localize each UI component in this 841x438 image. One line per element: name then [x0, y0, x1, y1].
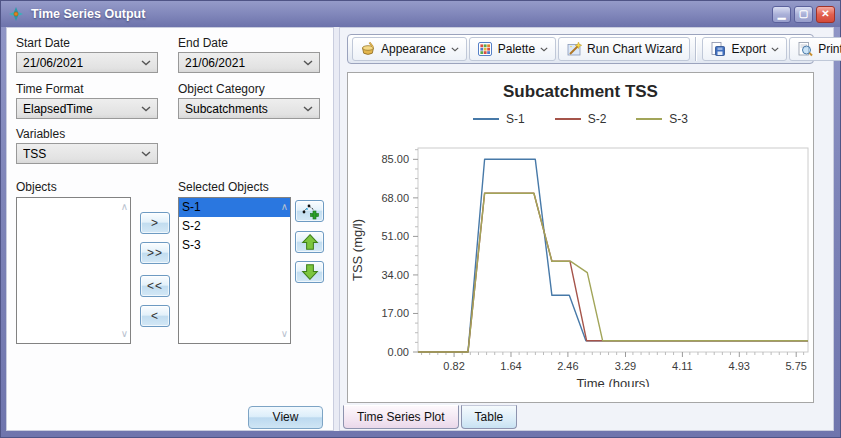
legend-swatch: [473, 118, 499, 120]
end-date-value: 21/06/2021: [185, 56, 303, 70]
titlebar[interactable]: Time Series Output ▁ ▢ ✕: [1, 1, 840, 27]
svg-text:5.75: 5.75: [785, 360, 806, 372]
move-all-right-button[interactable]: >>: [140, 242, 170, 264]
legend-swatch: [636, 118, 662, 120]
variables-label: Variables: [16, 127, 65, 141]
scroll-down-icon[interactable]: ∨: [281, 329, 288, 339]
run-chart-wizard-label: Run Chart Wizard: [587, 42, 682, 56]
list-item[interactable]: S-2: [179, 217, 290, 236]
svg-text:68.00: 68.00: [381, 192, 409, 204]
svg-text:4.11: 4.11: [672, 360, 693, 372]
view-button[interactable]: View: [248, 406, 323, 429]
chevron-down-icon: [303, 60, 313, 66]
tabstrip: Time Series Plot Table: [343, 405, 517, 429]
end-date-label: End Date: [178, 36, 228, 50]
time-format-value: ElapsedTime: [23, 102, 141, 116]
chevron-down-icon: [141, 60, 151, 66]
chart-toolbar: Appearance Palette: [347, 34, 814, 64]
close-icon[interactable]: ✕: [816, 6, 835, 23]
legend-label: S-1: [506, 112, 525, 126]
svg-text:3.29: 3.29: [615, 360, 636, 372]
add-scatter-button[interactable]: [295, 200, 324, 222]
move-up-button[interactable]: [295, 231, 324, 253]
start-date-value: 21/06/2021: [23, 56, 141, 70]
appearance-icon: [360, 41, 376, 57]
print-options-button[interactable]: Print Options: [789, 37, 841, 61]
variables-select[interactable]: TSS: [16, 143, 158, 164]
svg-text:0.82: 0.82: [443, 360, 464, 372]
chevron-down-icon: [451, 47, 459, 52]
time-format-select[interactable]: ElapsedTime: [16, 98, 158, 119]
chevron-down-icon: [771, 47, 779, 52]
move-up-icon: [301, 233, 319, 251]
selected-objects-label: Selected Objects: [178, 180, 269, 194]
svg-text:1.64: 1.64: [500, 360, 521, 372]
list-item[interactable]: S-3: [179, 236, 290, 255]
chevron-down-icon: [141, 106, 151, 112]
start-date-label: Start Date: [16, 36, 70, 50]
window-body: Start Date End Date 21/06/2021 21/06/202…: [6, 27, 834, 431]
move-right-button[interactable]: >: [140, 212, 170, 234]
chart-area-panel: Appearance Palette: [339, 27, 834, 431]
legend-item: S-2: [555, 112, 607, 126]
palette-icon: [477, 41, 493, 57]
svg-text:Time (hours): Time (hours): [576, 376, 649, 387]
export-label: Export: [731, 42, 766, 56]
print-options-label: Print Options: [818, 42, 841, 56]
move-down-icon: [301, 263, 319, 281]
objects-label: Objects: [16, 180, 57, 194]
variables-value: TSS: [23, 147, 141, 161]
export-icon: [710, 41, 726, 57]
app-icon: [8, 6, 24, 22]
svg-text:51.00: 51.00: [381, 230, 409, 242]
export-button[interactable]: Export: [702, 37, 787, 61]
scroll-up-icon[interactable]: ∧: [281, 202, 288, 212]
end-date-select[interactable]: 21/06/2021: [178, 52, 320, 73]
minimize-icon[interactable]: ▁: [772, 6, 791, 23]
svg-text:17.00: 17.00: [381, 307, 409, 319]
svg-text:TSS (mg/l): TSS (mg/l): [350, 219, 365, 281]
time-format-label: Time Format: [16, 82, 84, 96]
maximize-icon[interactable]: ▢: [794, 6, 813, 23]
chart-svg: 0.0017.0034.0051.0068.0085.000.821.642.4…: [348, 129, 813, 387]
svg-text:0.00: 0.00: [388, 346, 409, 358]
legend-label: S-2: [588, 112, 607, 126]
legend-label: S-3: [669, 112, 688, 126]
chart-title: Subcatchment TSS: [503, 82, 658, 102]
palette-button[interactable]: Palette: [469, 37, 556, 61]
object-category-select[interactable]: Subcatchments: [178, 98, 320, 119]
svg-text:34.00: 34.00: [381, 269, 409, 281]
chart-panel: Subcatchment TSS S-1S-2S-3 0.0017.0034.0…: [347, 72, 814, 403]
tab-table[interactable]: Table: [461, 405, 518, 429]
list-item[interactable]: S-1: [179, 198, 290, 217]
legend-swatch: [555, 118, 581, 120]
scroll-down-icon[interactable]: ∨: [121, 329, 128, 339]
chart-legend: S-1S-2S-3: [473, 111, 688, 127]
tab-time-series-plot[interactable]: Time Series Plot: [343, 405, 459, 429]
scroll-up-icon[interactable]: ∧: [121, 202, 128, 212]
run-chart-wizard-button[interactable]: Run Chart Wizard: [558, 37, 690, 61]
svg-text:85.00: 85.00: [381, 153, 409, 165]
objects-list[interactable]: ∧ ∨: [16, 197, 131, 344]
add-scatter-icon: [301, 202, 319, 220]
chart-wizard-icon: [566, 41, 582, 57]
window-title: Time Series Output: [31, 7, 772, 21]
dialog-window: Time Series Output ▁ ▢ ✕ Start Date End …: [0, 0, 841, 438]
legend-item: S-3: [636, 112, 688, 126]
svg-text:4.93: 4.93: [729, 360, 750, 372]
move-down-button[interactable]: [295, 261, 324, 283]
start-date-select[interactable]: 21/06/2021: [16, 52, 158, 73]
move-left-button[interactable]: <: [140, 305, 170, 327]
object-category-value: Subcatchments: [185, 102, 303, 116]
query-panel: Start Date End Date 21/06/2021 21/06/202…: [6, 27, 334, 431]
chevron-down-icon: [141, 151, 151, 157]
move-all-left-button[interactable]: <<: [140, 275, 170, 297]
selected-objects-list[interactable]: ∧ S-1S-2S-3∨: [178, 197, 291, 344]
legend-item: S-1: [473, 112, 525, 126]
chevron-down-icon: [540, 47, 548, 52]
chevron-down-icon: [303, 106, 313, 112]
appearance-label: Appearance: [381, 42, 446, 56]
toolbar-divider: [695, 37, 697, 61]
svg-text:2.46: 2.46: [557, 360, 578, 372]
appearance-button[interactable]: Appearance: [352, 37, 467, 61]
